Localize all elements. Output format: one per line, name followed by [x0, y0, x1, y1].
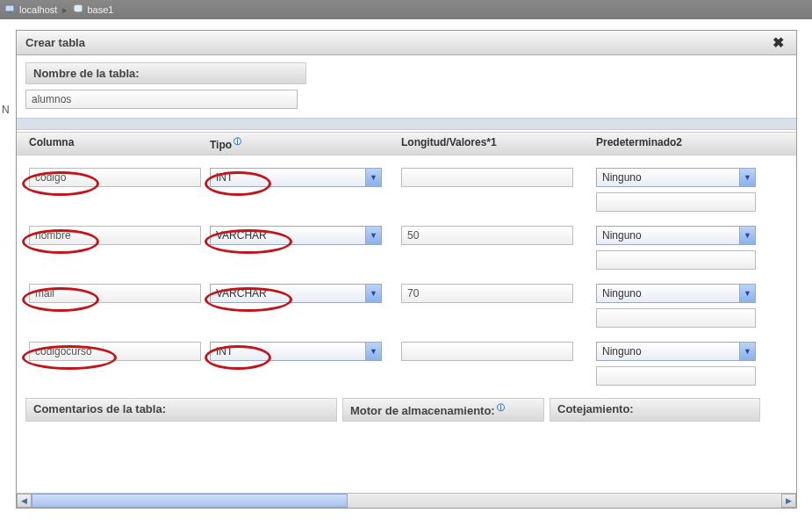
help-icon[interactable]: ⓘ — [234, 137, 241, 146]
help-icon[interactable]: ⓘ — [497, 403, 505, 412]
server-icon — [5, 4, 16, 15]
column-default-value-input[interactable] — [596, 250, 756, 270]
column-type-select[interactable]: INT ▼ — [210, 168, 382, 187]
chevron-down-icon: ▼ — [365, 227, 381, 244]
label-motor: Motor de almacenamiento:ⓘ — [342, 398, 544, 422]
chevron-down-icon: ▼ — [739, 227, 755, 244]
bottom-section-labels: Comentarios de la tabla: Motor de almace… — [17, 398, 796, 422]
column-length-input[interactable] — [401, 342, 573, 361]
column-name-input[interactable] — [29, 284, 201, 303]
column-default-select[interactable]: Ninguno ▼ — [596, 284, 756, 303]
scroll-track[interactable] — [32, 494, 781, 508]
svg-rect-0 — [5, 5, 14, 11]
chevron-down-icon: ▼ — [739, 343, 755, 360]
chevron-down-icon: ▼ — [739, 285, 755, 302]
breadcrumb-separator-icon: ▸ — [62, 4, 68, 16]
header-longitud: Longitud/Valores*1 — [401, 136, 596, 151]
dialog-title: Crear tabla — [25, 36, 85, 49]
column-type-select[interactable]: INT ▼ — [210, 342, 382, 361]
header-tipo: Tipoⓘ — [210, 136, 401, 151]
column-default-select[interactable]: Ninguno ▼ — [596, 226, 756, 245]
chevron-down-icon: ▼ — [365, 343, 381, 360]
chevron-down-icon: ▼ — [365, 285, 381, 302]
table-row: VARCHAR ▼ Ninguno ▼ — [17, 277, 796, 335]
create-table-dialog: Crear tabla ✖ Nombre de la tabla: Column… — [16, 30, 797, 509]
database-icon — [73, 4, 83, 16]
breadcrumb-db[interactable]: base1 — [87, 4, 113, 15]
column-name-input[interactable] — [29, 342, 201, 361]
table-row: VARCHAR ▼ Ninguno ▼ — [17, 219, 796, 277]
background-text: N — [2, 104, 10, 116]
header-columna: Columna — [17, 136, 210, 151]
svg-rect-1 — [8, 11, 11, 13]
horizontal-scrollbar[interactable]: ◀ ▶ — [17, 493, 796, 508]
column-type-select[interactable]: VARCHAR ▼ — [210, 226, 382, 245]
label-cotejamiento: Cotejamiento: — [550, 398, 760, 422]
chevron-down-icon: ▼ — [739, 169, 755, 186]
table-row: INT ▼ Ninguno ▼ — [17, 335, 796, 393]
column-default-select[interactable]: Ninguno ▼ — [596, 168, 756, 187]
header-predeterminado: Predeterminado2 — [596, 136, 772, 151]
columns-header-row: Columna Tipoⓘ Longitud/Valores*1 Predete… — [17, 132, 796, 155]
column-default-value-input[interactable] — [596, 192, 756, 212]
scroll-thumb[interactable] — [32, 494, 348, 508]
close-icon[interactable]: ✖ — [769, 34, 787, 51]
table-name-label: Nombre de la tabla: — [25, 62, 306, 84]
separator-band — [17, 118, 796, 130]
column-length-input[interactable] — [401, 226, 573, 245]
label-comentarios: Comentarios de la tabla: — [25, 398, 337, 422]
column-name-input[interactable] — [29, 168, 201, 187]
scroll-right-icon[interactable]: ▶ — [781, 494, 796, 508]
column-type-select[interactable]: VARCHAR ▼ — [210, 284, 382, 303]
fields-rows: INT ▼ Ninguno ▼ — [17, 155, 796, 393]
dialog-body: Nombre de la tabla: Columna Tipoⓘ Longit… — [17, 55, 796, 493]
table-name-input[interactable] — [25, 90, 298, 109]
column-length-input[interactable] — [401, 284, 573, 303]
dialog-titlebar[interactable]: Crear tabla ✖ — [17, 31, 796, 55]
table-row: INT ▼ Ninguno ▼ — [17, 161, 796, 219]
breadcrumb-bar: localhost ▸ base1 — [0, 0, 812, 19]
column-default-value-input[interactable] — [596, 366, 756, 386]
breadcrumb-host[interactable]: localhost — [19, 4, 57, 15]
column-default-value-input[interactable] — [596, 308, 756, 328]
column-length-input[interactable] — [401, 168, 573, 187]
column-default-select[interactable]: Ninguno ▼ — [596, 342, 756, 361]
column-name-input[interactable] — [29, 226, 201, 245]
chevron-down-icon: ▼ — [365, 169, 381, 186]
scroll-left-icon[interactable]: ◀ — [17, 494, 32, 508]
